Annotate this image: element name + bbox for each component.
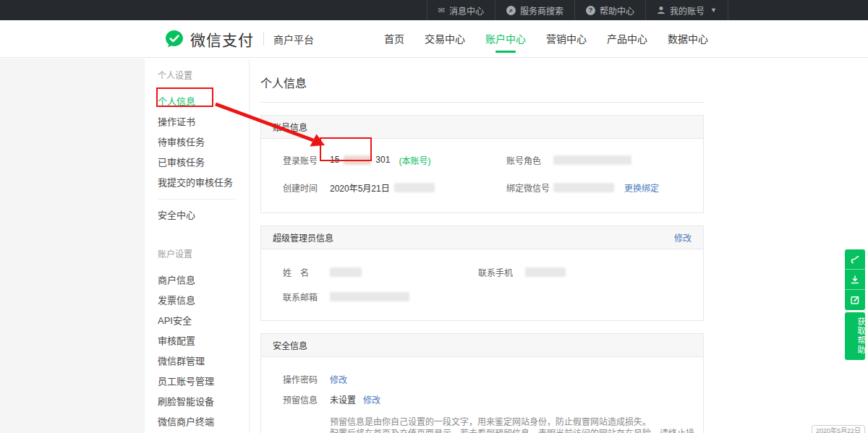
nav-item-marketing-center[interactable]: 营销中心 <box>542 20 591 58</box>
topbar: ✉ 消息中心 ⌕ 服务商搜索 ? 帮助中心 我的账号 ▼ <box>0 0 868 20</box>
admin-name-redacted <box>330 267 362 277</box>
account-role-redacted <box>553 155 631 165</box>
account-role-label: 账号角色 <box>506 154 553 166</box>
admin-phone-label: 联系手机 <box>478 266 525 278</box>
download-icon <box>850 275 860 285</box>
nav-item-product-center[interactable]: 产品中心 <box>603 20 652 58</box>
title-divider <box>260 102 704 103</box>
date-tooltip: 2020年5月22日 <box>812 425 865 433</box>
sidebar-item-my-submitted-tasks[interactable]: 我提交的审核任务 <box>158 179 249 187</box>
feedback-button[interactable] <box>845 290 865 310</box>
sidebar-gap <box>158 231 249 247</box>
admin-email-label: 联系邮箱 <box>283 291 330 303</box>
sidebar-item-reviewed-tasks[interactable]: 已审核任务 <box>158 158 249 167</box>
login-account-redacted <box>344 155 371 165</box>
sidebar-item-face-smart-device[interactable]: 刷脸智能设备 <box>158 398 249 406</box>
created-time-value: 2020年5月21日 <box>330 181 390 194</box>
topbar-item-label: 帮助中心 <box>600 4 634 17</box>
card-title: 安全信息 <box>273 339 307 351</box>
chevron-down-icon: ▼ <box>710 7 717 14</box>
reserved-info-value: 未设置 <box>330 393 356 406</box>
sidebar-item-wechat-group-mgmt[interactable]: 微信群管理 <box>158 357 249 366</box>
search-icon: ⌕ <box>506 6 516 15</box>
sidebar-item-wechat-merchant-terminal[interactable]: 微信商户终端 <box>158 418 249 426</box>
topbar-item-label: 我的账号 <box>670 4 705 17</box>
sidebar: 个人设置 个人信息 操作证书 待审核任务 已审核任务 我提交的审核任务 安全中心… <box>145 59 250 433</box>
nav-item-transaction-center[interactable]: 交易中心 <box>420 20 469 58</box>
brand-name: 微信支付 <box>190 28 254 50</box>
created-time-label: 创建时间 <box>283 181 330 194</box>
sidebar-item-personal-info[interactable]: 个人信息 <box>158 98 249 106</box>
admin-name-label: 姓 名 <box>283 266 330 278</box>
page-title: 个人信息 <box>260 59 704 102</box>
account-info-card-header: 账号信息 <box>261 116 703 139</box>
card-title: 超级管理员信息 <box>273 231 333 244</box>
topbar-item-messages[interactable]: ✉ 消息中心 <box>427 0 495 20</box>
super-admin-card-body: 姓 名 联系手机 联系邮箱 <box>261 249 703 320</box>
admin-edit-link[interactable]: 修改 <box>674 231 692 244</box>
login-account-value: 15 301 (本账号) <box>330 154 430 166</box>
reserved-info-edit-link[interactable]: 修改 <box>363 393 380 406</box>
created-time-redacted <box>394 183 435 192</box>
current-account-tag: (本账号) <box>399 154 430 166</box>
admin-phone-redacted <box>525 267 566 277</box>
sidebar-item-pending-review-tasks[interactable]: 待审核任务 <box>158 138 249 147</box>
sidebar-item-security-center[interactable]: 安全中心 <box>158 211 249 220</box>
login-account-prefix: 15 <box>330 155 339 165</box>
brand: 微信支付 商户平台 <box>164 20 314 58</box>
bound-wechat-label: 绑定微信号 <box>506 181 553 194</box>
floating-toolbar: 获取帮助 <box>845 249 865 360</box>
security-info-card: 安全信息 操作密码 修改 预留信息 未设置 修改 预留信息是由你自己设 <box>260 333 704 433</box>
sidebar-item-invoice-info[interactable]: 发票信息 <box>158 296 249 305</box>
left-gutter <box>0 59 145 433</box>
wechat-pay-logo-icon <box>164 29 184 49</box>
bound-wechat-redacted <box>553 183 614 192</box>
brand-separator <box>263 33 264 46</box>
sidebar-item-merchant-info[interactable]: 商户信息 <box>158 276 249 285</box>
sidebar-item-review-config[interactable]: 审核配置 <box>158 337 249 346</box>
operation-password-label: 操作密码 <box>283 373 330 385</box>
super-admin-card: 超级管理员信息 修改 姓 名 联系手机 联系邮箱 <box>260 226 704 321</box>
change-binding-link[interactable]: 更换绑定 <box>624 181 659 194</box>
download-button[interactable] <box>845 270 865 290</box>
nav-item-data-center[interactable]: 数据中心 <box>663 20 712 58</box>
help-icon: ? <box>586 6 595 15</box>
topbar-item-help[interactable]: ? 帮助中心 <box>574 0 645 20</box>
account-info-card: 账号信息 登录账号 15 301 (本账号) 账号角色 <box>260 115 704 213</box>
reserved-info-label: 预留信息 <box>283 393 330 406</box>
sidebar-divider <box>158 199 236 200</box>
admin-email-redacted <box>330 292 409 301</box>
link-button[interactable] <box>845 249 865 270</box>
topbar-item-label: 消息中心 <box>449 4 484 17</box>
link-icon <box>850 254 860 265</box>
nav-item-account-center[interactable]: 账户中心 <box>481 20 530 58</box>
main-content: 个人信息 账号信息 登录账号 15 301 (本账号) 账号角色 <box>260 59 704 433</box>
sidebar-item-api-security[interactable]: API安全 <box>158 317 249 325</box>
topbar-item-my-account[interactable]: 我的账号 ▼ <box>645 0 728 20</box>
portal-name: 商户平台 <box>273 32 314 46</box>
reserved-info-description: 预留信息是由你自己设置的一段文字，用来鉴定网站身份，防止假冒网站造成损失。 配置… <box>330 416 703 433</box>
sidebar-item-operation-certificate[interactable]: 操作证书 <box>158 118 249 127</box>
sidebar-item-staff-account-mgmt[interactable]: 员工账号管理 <box>158 377 249 386</box>
security-info-card-body: 操作密码 修改 预留信息 未设置 修改 预留信息是由你自己设置的一段文字，用来鉴… <box>261 357 703 433</box>
security-info-card-header: 安全信息 <box>261 334 703 357</box>
description-line: 配置后将在首页及充值页面显示。若未看到预留信息，表明当前访问的网站存在风险，请终… <box>330 428 703 433</box>
login-account-label: 登录账号 <box>283 154 330 166</box>
sidebar-group-account-settings: 账户设置 <box>158 247 249 260</box>
super-admin-card-header: 超级管理员信息 修改 <box>261 226 703 249</box>
header-nav: 首页 交易中心 账户中心 营销中心 产品中心 数据中心 <box>380 20 712 58</box>
topbar-item-provider-search[interactable]: ⌕ 服务商搜索 <box>495 0 574 20</box>
card-title: 账号信息 <box>273 121 307 133</box>
mail-icon: ✉ <box>438 6 445 15</box>
edit-icon <box>850 295 860 305</box>
topbar-item-label: 服务商搜索 <box>520 4 563 17</box>
account-info-card-body: 登录账号 15 301 (本账号) 账号角色 创建时间 <box>261 139 703 213</box>
description-line: 预留信息是由你自己设置的一段文字，用来鉴定网站身份，防止假冒网站造成损失。 <box>330 416 703 428</box>
user-icon <box>657 6 665 14</box>
sidebar-group-personal-settings: 个人设置 <box>158 69 249 81</box>
get-help-button[interactable]: 获取帮助 <box>845 312 865 360</box>
header: 微信支付 商户平台 首页 交易中心 账户中心 营销中心 产品中心 数据中心 <box>0 20 868 58</box>
login-account-suffix: 301 <box>375 155 390 165</box>
password-edit-link[interactable]: 修改 <box>330 373 347 385</box>
nav-item-home[interactable]: 首页 <box>380 20 409 58</box>
